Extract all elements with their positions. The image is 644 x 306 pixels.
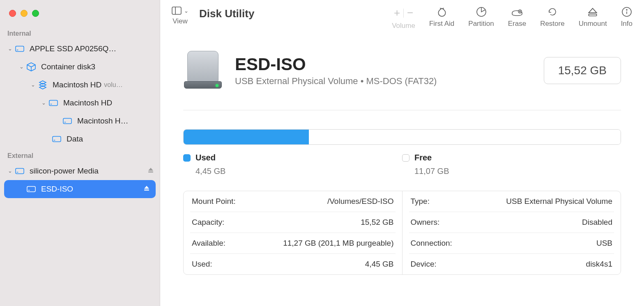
svg-point-23	[626, 9, 627, 10]
minus-icon: −	[407, 7, 413, 19]
sidebar-item-mac-hd[interactable]: ⌄ Macintosh HD	[0, 94, 160, 112]
svg-rect-3	[49, 100, 58, 106]
main-content: ⌄ View Disk Utility + − Volume First Aid	[160, 0, 644, 306]
erase-button[interactable]: Erase	[508, 7, 526, 30]
chevron-down-icon: ⌄	[17, 64, 25, 70]
svg-rect-9	[16, 169, 24, 174]
volume-group-icon	[37, 80, 48, 89]
legend-free-label: Free	[414, 153, 432, 162]
legend-used-value: 4,45 GB	[196, 167, 402, 176]
partition-button[interactable]: Partition	[468, 7, 494, 30]
sidebar-item-silicon-power[interactable]: ⌄ silicon-power Media	[0, 162, 160, 180]
container-icon	[25, 62, 37, 71]
toolbar-view-label: View	[172, 17, 188, 25]
detail-available: Available: 11,27 GB (201,1 MB purgeable)	[190, 233, 396, 254]
svg-rect-12	[27, 187, 35, 192]
toolbar: ⌄ View Disk Utility + − Volume First Aid	[160, 0, 644, 34]
svg-rect-15	[172, 7, 181, 14]
disk-volume-icon	[51, 135, 62, 144]
sidebar-item-mac-h-snapshot[interactable]: Macintosh H…	[0, 112, 160, 130]
details-col-right: Type: USB External Physical Volume Owner…	[402, 191, 621, 274]
usage-bar	[183, 129, 621, 145]
toolbar-partition-label: Partition	[468, 20, 494, 28]
svg-rect-21	[589, 14, 597, 16]
volume-add-remove-button[interactable]: + − Volume	[392, 7, 415, 30]
detail-type: Type: USB External Physical Volume	[409, 191, 614, 212]
svg-rect-5	[63, 119, 71, 124]
svg-rect-7	[53, 137, 61, 142]
sidebar-item-label: APPLE SSD AP0256Q…	[30, 44, 116, 53]
maximize-button[interactable]	[32, 10, 39, 17]
disk-external-icon	[14, 167, 25, 176]
content-area: ESD-ISO USB External Physical Volume • M…	[160, 34, 644, 306]
toolbar-erase-label: Erase	[508, 20, 526, 28]
sidebar-section-internal: Internal	[0, 26, 160, 40]
usage-bar-free	[309, 130, 621, 144]
volume-name: ESD-ISO	[235, 55, 437, 74]
detail-capacity: Capacity: 15,52 GB	[190, 212, 396, 233]
legend-used-label: Used	[196, 153, 216, 162]
volume-header: ESD-ISO USB External Physical Volume • M…	[183, 51, 621, 110]
details-table: Mount Point: /Volumes/ESD-ISO Capacity: …	[183, 191, 621, 275]
detail-device: Device: disk4s1	[409, 254, 614, 274]
info-button[interactable]: Info	[621, 7, 632, 30]
close-button[interactable]	[9, 10, 16, 17]
legend-free: Free 11,07 GB	[402, 153, 621, 176]
toolbar-info-label: Info	[621, 20, 632, 28]
sidebar-item-label: ESD-ISO	[41, 185, 73, 194]
volume-subtitle: USB External Physical Volume • MS-DOS (F…	[235, 76, 437, 87]
usage-section: Used 4,45 GB Free 11,07 GB	[183, 129, 621, 176]
view-menu-button[interactable]: ⌄ View	[172, 7, 189, 25]
disk-volume-icon	[48, 98, 59, 107]
toolbar-volume-label: Volume	[392, 22, 415, 30]
legend-free-value: 11,07 GB	[414, 167, 621, 176]
sidebar-item-label: Data	[67, 135, 83, 144]
restore-button[interactable]: Restore	[540, 7, 565, 30]
toolbar-firstaid-label: First Aid	[429, 20, 454, 28]
sidebar-item-label: Macintosh H…	[77, 116, 129, 126]
chevron-down-icon: ⌄	[39, 100, 48, 106]
svg-rect-14	[144, 190, 149, 191]
sidebar-item-mac-hd-group[interactable]: ⌄ Macintosh HD volu…	[0, 76, 160, 94]
sidebar-item-apple-ssd[interactable]: ⌄ APPLE SSD AP0256Q…	[0, 40, 160, 58]
details-col-left: Mount Point: /Volumes/ESD-ISO Capacity: …	[184, 191, 402, 274]
sidebar-item-data[interactable]: Data	[0, 130, 160, 148]
eject-icon[interactable]	[147, 167, 154, 176]
capacity-readout: 15,52 GB	[544, 57, 621, 84]
svg-rect-0	[16, 46, 24, 52]
external-drive-icon	[183, 51, 223, 90]
detail-used: Used: 4,45 GB	[190, 254, 396, 274]
detail-mount-point: Mount Point: /Volumes/ESD-ISO	[190, 191, 396, 212]
unmount-button[interactable]: Unmount	[579, 7, 607, 30]
legend-swatch-free	[402, 154, 409, 162]
sidebar-item-label: Container disk3	[41, 62, 95, 71]
sidebar-item-label: Macintosh HD	[53, 80, 101, 89]
divider	[403, 9, 404, 18]
sidebar-item-label: silicon-power Media	[30, 167, 99, 176]
plus-icon: +	[394, 7, 400, 19]
window-controls	[0, 7, 160, 26]
first-aid-button[interactable]: First Aid	[429, 7, 454, 30]
usage-bar-used	[184, 130, 309, 144]
chevron-down-icon: ⌄	[184, 8, 189, 14]
app-title: Disk Utility	[199, 7, 254, 20]
legend-swatch-used	[183, 154, 191, 162]
sidebar-item-esd-iso[interactable]: ESD-ISO	[4, 180, 156, 198]
toolbar-unmount-label: Unmount	[579, 20, 607, 28]
sidebar-item-container[interactable]: ⌄ Container disk3	[0, 58, 160, 76]
disk-volume-icon	[62, 116, 73, 126]
disk-internal-icon	[14, 44, 25, 53]
sidebar-item-label: Macintosh HD	[63, 98, 112, 107]
sidebar-section-external: External	[0, 148, 160, 162]
svg-rect-11	[148, 171, 153, 173]
sidebar-item-sublabel: volu…	[104, 81, 122, 89]
eject-icon[interactable]	[143, 185, 150, 194]
disk-volume-icon	[25, 185, 37, 194]
detail-owners: Owners: Disabled	[409, 212, 614, 233]
minimize-button[interactable]	[21, 10, 28, 17]
legend-used: Used 4,45 GB	[183, 153, 402, 176]
toolbar-restore-label: Restore	[540, 20, 565, 28]
chevron-down-icon: ⌄	[6, 46, 14, 52]
detail-connection: Connection: USB	[409, 233, 614, 254]
chevron-down-icon: ⌄	[29, 82, 37, 88]
